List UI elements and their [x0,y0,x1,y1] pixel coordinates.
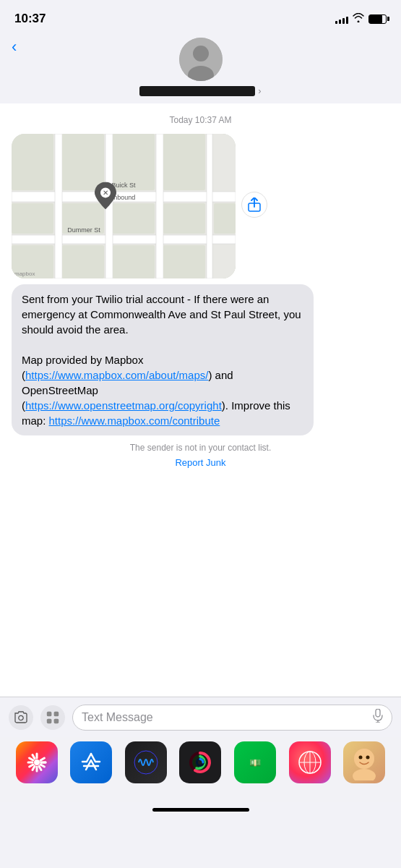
svg-rect-5 [12,235,236,244]
camera-button[interactable] [9,705,33,730]
contact-name-placeholder [139,86,255,96]
svg-line-45 [33,766,35,770]
svg-rect-8 [156,134,163,278]
contact-info: › [139,38,261,96]
signal-icon [335,14,348,24]
mapbox-link-1[interactable]: https://www.mapbox.com/about/maps/ [25,369,208,381]
dock-safari[interactable] [289,741,331,783]
dock: 💵 [0,737,401,802]
map-preview[interactable]: Buick St Inbound Dummer St mapbox ✕ [12,134,236,278]
svg-rect-16 [12,203,53,234]
battery-icon [368,14,387,24]
svg-point-61 [353,769,376,780]
map-pin: ✕ [95,182,116,212]
mapbox-link-2[interactable]: https://www.mapbox.com/contribute [49,414,220,427]
timestamp: Today 10:37 AM [12,115,389,125]
svg-rect-18 [113,245,155,278]
share-button[interactable] [241,192,267,218]
status-time: 10:37 [14,12,46,26]
mic-icon [373,709,383,726]
dock-appstore[interactable] [70,741,112,783]
svg-point-60 [354,749,374,769]
message-text-2: Map provided by Mapbox (https://www.mapb… [22,354,290,427]
svg-rect-32 [54,711,59,716]
cash-label: 💵 [249,757,261,768]
sender-notice: The sender is not in your contact list. [12,443,389,453]
header: ‹ › [0,32,401,103]
svg-rect-6 [55,134,62,278]
back-button[interactable]: ‹ [12,38,17,56]
text-message-bubble: Sent from your Twilio trial account - If… [12,284,314,435]
osm-link[interactable]: https://www.openstreetmap.org/copyright [25,399,222,412]
home-indicator [152,808,249,812]
wifi-icon [353,13,364,25]
text-input-field[interactable]: Text Message [72,705,392,731]
svg-line-46 [29,765,33,767]
status-bar: 10:37 [0,0,401,32]
svg-rect-21 [214,203,236,234]
svg-point-63 [366,756,370,760]
svg-line-39 [40,757,44,761]
avatar [179,38,223,81]
svg-point-51 [134,751,158,774]
svg-rect-20 [163,203,205,234]
svg-point-50 [34,760,40,765]
svg-text:✕: ✕ [103,189,108,197]
apps-button[interactable] [40,705,65,730]
dock-cash[interactable]: 💵 [234,741,276,783]
svg-point-1 [193,46,209,61]
svg-rect-33 [47,718,52,723]
svg-rect-15 [113,203,155,234]
svg-rect-13 [12,134,53,190]
svg-line-48 [29,758,33,760]
svg-text:Dummer St: Dummer St [67,226,100,234]
svg-point-62 [359,756,363,760]
map-bubble: Buick St Inbound Dummer St mapbox ✕ [12,134,236,278]
svg-point-30 [19,715,23,720]
report-junk-container: Report Junk [12,456,389,469]
message-text-1: Sent from your Twilio trial account - If… [22,293,301,336]
text-input-placeholder: Text Message [82,711,153,724]
svg-text:mapbox: mapbox [14,271,35,277]
home-indicator-bar [0,802,401,817]
map-message-row: Buick St Inbound Dummer St mapbox ✕ [12,134,389,278]
report-junk-link[interactable]: Report Junk [175,457,225,468]
chat-area: Today 10:37 AM [0,103,401,697]
svg-rect-31 [47,711,52,716]
svg-line-42 [40,765,44,767]
svg-line-43 [39,766,41,770]
dock-waveform[interactable] [125,741,167,783]
svg-rect-9 [207,134,212,278]
input-bar: Text Message [0,697,401,737]
dock-memoji[interactable] [343,741,385,783]
svg-line-49 [33,755,35,759]
contact-name-bar[interactable]: › [139,85,261,96]
status-icons [335,13,387,25]
chevron-right-icon: › [258,85,261,96]
svg-rect-35 [376,709,380,717]
svg-rect-12 [163,134,205,190]
dock-photos[interactable] [16,741,58,783]
dock-activity[interactable] [179,741,221,783]
svg-rect-34 [54,718,59,723]
svg-rect-22 [163,245,205,278]
svg-rect-17 [62,245,104,278]
